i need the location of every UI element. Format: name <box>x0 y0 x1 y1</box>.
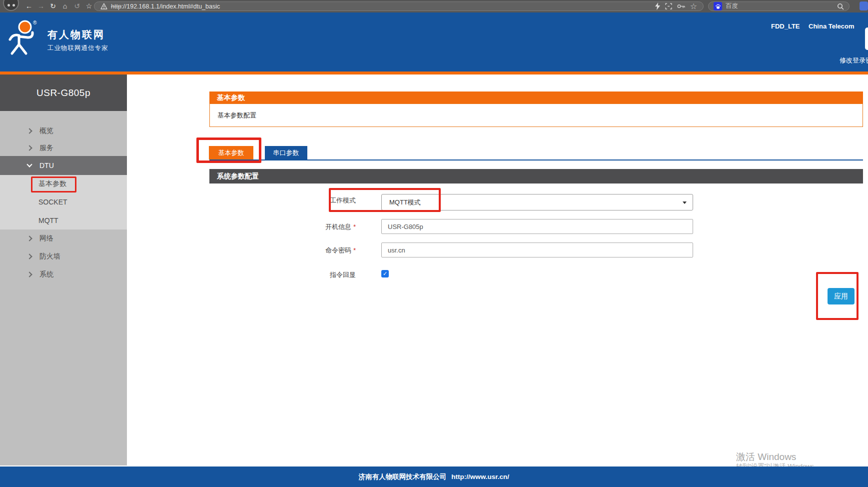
screenshot-icon[interactable] <box>665 3 672 10</box>
work-mode-label: 工作模式 <box>270 196 356 205</box>
work-mode-select[interactable]: MQTT模式 <box>381 194 693 210</box>
chevron-down-icon <box>26 162 32 167</box>
browser-profile-avatar[interactable] <box>3 0 19 11</box>
forward-icon[interactable]: → <box>37 0 45 12</box>
browser-search-box[interactable]: 百度 <box>708 2 850 11</box>
dtu-submenu: 基本参数 SOCKET MQTT <box>0 175 127 230</box>
sidebar-item-basic-params[interactable]: 基本参数 <box>0 175 127 193</box>
tab-serial-params[interactable]: 串口参数 <box>265 146 307 160</box>
footer: 济南有人物联网技术有限公司 http://www.usr.cn/ <box>0 466 868 487</box>
section-title: 系统参数配置 <box>209 169 863 184</box>
sidebar-item-system[interactable]: 系统 <box>0 266 127 284</box>
device-model-title: USR-G805p <box>0 74 127 111</box>
sidebar-item-firewall[interactable]: 防火墙 <box>0 248 127 266</box>
sidebar-item-overview[interactable]: 概览 <box>0 122 127 140</box>
command-echo-checkbox[interactable]: ✓ <box>381 270 389 278</box>
favorite-star-icon[interactable]: ☆ <box>690 2 697 10</box>
bookmark-star-icon[interactable]: ☆ <box>85 0 93 12</box>
password-key-icon[interactable] <box>677 4 685 8</box>
screen: ← → ↻ ⌂ ↺ ☆ http://192.168.1.1/index.htm… <box>0 0 868 487</box>
footer-company: 济南有人物联网技术有限公司 <box>359 472 447 482</box>
chevron-right-icon <box>26 254 32 259</box>
brand-subtitle: 工业物联网通信专家 <box>47 44 108 52</box>
footer-website-link[interactable]: http://www.usr.cn/ <box>451 473 509 480</box>
back-icon[interactable]: ← <box>25 0 33 12</box>
browser-extension-icon[interactable] <box>860 2 868 10</box>
apply-button[interactable]: 应用 <box>828 288 855 304</box>
boot-info-input[interactable] <box>381 219 693 234</box>
browser-toolbar: ← → ↻ ⌂ ↺ ☆ http://192.168.1.1/index.htm… <box>0 0 868 12</box>
orange-divider <box>0 72 868 74</box>
chevron-right-icon <box>26 128 32 134</box>
sidebar-item-services[interactable]: 服务 <box>0 140 127 156</box>
baidu-logo-icon <box>714 2 722 10</box>
page-description: 基本参数配置 <box>209 104 863 127</box>
sidebar-item-dtu[interactable]: DTU <box>0 156 127 175</box>
sidebar-item-network[interactable]: 网络 <box>0 230 127 248</box>
required-asterisk: * <box>353 223 356 230</box>
chevron-right-icon <box>26 145 32 150</box>
registered-trademark: ® <box>33 20 36 26</box>
reload-icon[interactable]: ↻ <box>49 0 57 12</box>
boot-info-label: 开机信息* <box>270 222 356 232</box>
home-icon[interactable]: ⌂ <box>61 0 69 12</box>
sidebar-item-mqtt[interactable]: MQTT <box>0 212 127 230</box>
chevron-down-icon <box>683 202 687 204</box>
tab-basic-params[interactable]: 基本参数 <box>209 146 253 160</box>
app-header: ® 有人物联网 工业物联网通信专家 FDD_LTE China Telecom … <box>0 12 868 72</box>
cmd-password-input[interactable] <box>381 242 693 258</box>
required-asterisk: * <box>353 246 356 254</box>
chevron-right-icon <box>26 272 32 277</box>
chevron-right-icon <box>26 236 32 241</box>
url-text: http://192.168.1.1/index.html#dtu_basic <box>111 3 220 10</box>
undo-icon[interactable]: ↺ <box>73 0 81 12</box>
clipped-header-element <box>865 28 868 50</box>
search-placeholder: 百度 <box>726 2 738 10</box>
address-bar[interactable]: http://192.168.1.1/index.html#dtu_basic … <box>94 2 704 11</box>
search-magnifier-icon[interactable] <box>837 3 844 10</box>
lightning-icon[interactable] <box>655 2 660 10</box>
avatar-eye-icon <box>7 4 10 6</box>
avatar-eye-icon <box>12 4 15 6</box>
operator-badge: China Telecom <box>809 22 855 30</box>
not-secure-warning-icon <box>100 3 107 10</box>
cmd-password-label: 命令密码* <box>270 246 356 255</box>
change-login-password-link[interactable]: 修改登录密码 <box>840 56 868 65</box>
tab-underline <box>209 160 863 160</box>
sidebar: USR-G805p 概览 服务 DTU 基本参数 SOCKET MQTT 网络 … <box>0 74 127 466</box>
page-title: 基本参数 <box>209 92 863 104</box>
command-echo-label: 指令回显 <box>270 270 356 280</box>
sidebar-item-socket[interactable]: SOCKET <box>0 193 127 211</box>
brand-title: 有人物联网 <box>47 28 105 42</box>
network-type-badge: FDD_LTE <box>771 22 800 30</box>
